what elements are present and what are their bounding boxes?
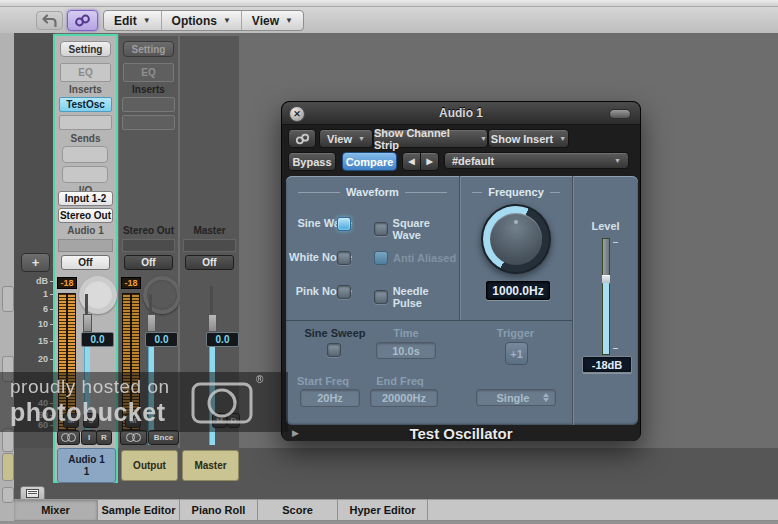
output-slot[interactable]: Stereo Out	[58, 208, 113, 223]
photobucket-watermark: proudly hosted on photobucket ®	[0, 372, 288, 432]
preset-dropdown[interactable]: #default▼	[444, 152, 629, 169]
track-name-line1: Audio 1	[68, 454, 105, 466]
previous-preset-button[interactable]: ◀	[402, 152, 421, 171]
camera-icon	[190, 376, 254, 426]
track-name[interactable]: Master	[182, 450, 239, 481]
compare-button[interactable]: Compare	[342, 152, 397, 171]
track-name[interactable]: Output	[121, 450, 178, 481]
preset-label: #default	[452, 155, 494, 167]
link-button[interactable]	[67, 10, 98, 31]
end-freq-value[interactable]: 20000Hz	[370, 389, 438, 407]
format-button[interactable]	[120, 430, 147, 445]
tab-score[interactable]: Score	[258, 500, 338, 520]
tab-sample-editor[interactable]: Sample Editor	[98, 500, 180, 520]
pink-noise-checkbox[interactable]	[337, 285, 351, 299]
mixer-menu-group: Edit▼ Options▼ View▼	[103, 10, 304, 31]
automation-off-button[interactable]: Off	[61, 255, 110, 270]
level-slider[interactable]	[602, 238, 610, 355]
fader-thumb[interactable]	[147, 314, 156, 332]
send-slot-empty[interactable]	[62, 166, 108, 183]
input-slot[interactable]: Input 1-2	[58, 191, 113, 206]
needle-pulse-checkbox[interactable]	[374, 290, 388, 304]
fader-thumb[interactable]	[208, 314, 217, 332]
plugin-link-button[interactable]	[288, 129, 316, 148]
menu-edit-label: Edit	[114, 14, 137, 28]
db-ruler-label: dB	[24, 276, 48, 286]
level-label: Level	[573, 220, 638, 232]
group-slot[interactable]	[58, 239, 113, 252]
bypass-button[interactable]: Bypass	[288, 152, 336, 171]
trigger-mode-dropdown[interactable]: Single	[476, 389, 556, 406]
fader-value[interactable]: 0.0	[206, 332, 239, 347]
insert-slot-empty[interactable]	[122, 115, 175, 130]
time-value[interactable]: 10.0s	[376, 342, 436, 359]
plugin-titlebar[interactable]: ✕ Audio 1	[282, 102, 640, 125]
track-name-line1: Output	[133, 460, 166, 472]
db-ruler-label: 1	[24, 289, 48, 299]
registered-mark: ®	[256, 374, 263, 385]
trigger-plus-one-button[interactable]: +1	[505, 342, 528, 365]
window-top-chrome	[0, 0, 778, 7]
insert-slot-empty[interactable]	[122, 97, 175, 112]
minimize-pill[interactable]	[609, 109, 631, 119]
chevron-down-icon: ▼	[285, 17, 293, 25]
track-name[interactable]: Audio 1 1	[57, 448, 116, 483]
level-value[interactable]: -18dB	[582, 356, 632, 373]
send-slot-empty[interactable]	[62, 146, 108, 163]
group-slot[interactable]	[183, 239, 236, 252]
group-slot[interactable]	[122, 239, 175, 252]
sine-wave-checkbox[interactable]	[337, 217, 351, 231]
gain-display[interactable]: -18	[57, 277, 77, 289]
setting-button[interactable]: Setting	[123, 41, 174, 57]
chevron-down-icon: ▼	[223, 17, 231, 25]
insert-slot-testosc[interactable]: TestOsc	[59, 97, 112, 112]
anti-aliased-checkbox[interactable]	[374, 251, 388, 265]
start-freq-value[interactable]: 20Hz	[300, 389, 360, 407]
add-track-button[interactable]: +	[21, 253, 50, 272]
show-channel-strip-dropdown[interactable]: Show Channel Strip▼	[373, 129, 488, 148]
menu-edit[interactable]: Edit▼	[104, 11, 162, 30]
needle-pulse-option: Needle Pulse	[374, 285, 459, 309]
fader-thumb[interactable]	[83, 314, 92, 332]
frequency-knob-arc	[483, 206, 549, 272]
input-monitor-button[interactable]: I	[81, 430, 97, 445]
menu-options[interactable]: Options▼	[162, 11, 242, 30]
watermark-line2: photobucket	[10, 398, 166, 427]
plugin-body: Waveform Sine Wave Square Wave White Noi…	[286, 176, 638, 425]
trigger-mode-label: Single	[483, 392, 543, 404]
menu-view[interactable]: View▼	[242, 11, 303, 30]
tab-mixer[interactable]: Mixer	[14, 500, 98, 520]
tab-piano-roll[interactable]: Piano Roll	[180, 500, 258, 520]
square-wave-checkbox[interactable]	[374, 222, 388, 236]
plugin-name: Test Oscillator	[282, 425, 640, 442]
show-insert-dropdown[interactable]: Show Insert▼	[488, 129, 569, 148]
sine-sweep-checkbox[interactable]	[327, 343, 341, 357]
automation-off-button[interactable]: Off	[185, 255, 234, 270]
format-button[interactable]	[57, 430, 80, 445]
insert-slot-empty[interactable]	[59, 115, 112, 130]
frequency-knob[interactable]	[481, 204, 551, 274]
fader-value[interactable]: 0.0	[81, 332, 114, 347]
inserts-label: Inserts	[119, 84, 178, 95]
automation-off-button[interactable]: Off	[124, 255, 173, 270]
bounce-button[interactable]: Bnce	[148, 430, 179, 445]
setting-button[interactable]: Setting	[60, 41, 111, 57]
white-noise-checkbox[interactable]	[337, 251, 351, 265]
frequency-value[interactable]: 1000.0Hz	[486, 281, 550, 300]
stereo-format-icon	[67, 433, 76, 442]
square-wave-option: Square Wave	[374, 217, 459, 241]
db-ruler-label: 6	[24, 304, 48, 314]
plugin-view-dropdown[interactable]: View▼	[319, 129, 373, 148]
needle-pulse-label: Needle Pulse	[393, 285, 459, 309]
eq-slot[interactable]: EQ	[60, 63, 111, 82]
tab-hyper-editor[interactable]: Hyper Editor	[338, 500, 428, 520]
gain-display[interactable]: -18	[121, 277, 141, 289]
fader-value[interactable]: 0.0	[145, 332, 178, 347]
go-up-button[interactable]	[36, 11, 63, 30]
list-icon	[26, 489, 39, 498]
next-preset-button[interactable]: ▶	[420, 152, 439, 171]
anti-aliased-label: Anti Aliased	[393, 252, 456, 264]
frequency-knob-cap	[490, 213, 542, 265]
record-button[interactable]: R	[96, 430, 112, 445]
eq-slot[interactable]: EQ	[123, 63, 174, 82]
